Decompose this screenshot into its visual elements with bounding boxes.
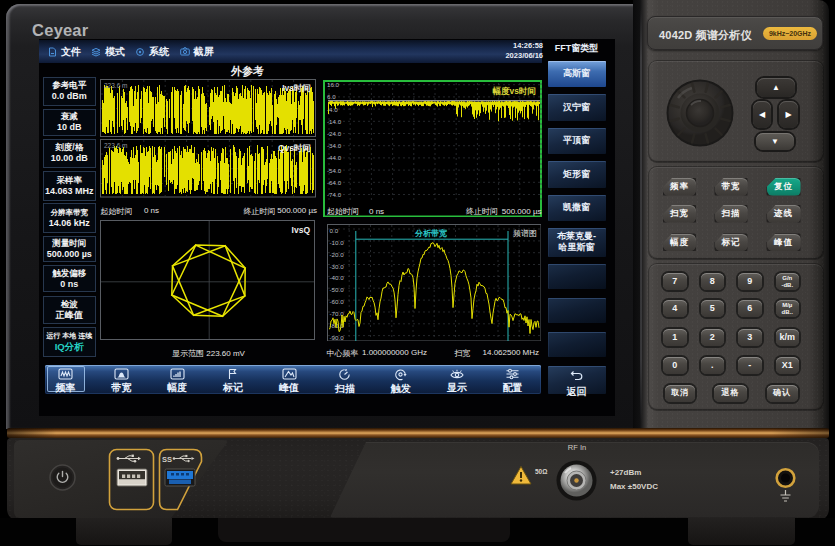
svg-text:0.0: 0.0 bbox=[329, 227, 338, 234]
svg-text:Ivs时间: Ivs时间 bbox=[282, 83, 311, 93]
svg-text:终止时间: 终止时间 bbox=[466, 207, 498, 216]
svg-text:Qvs时间: Qvs时间 bbox=[278, 143, 311, 153]
svg-text:16.0: 16.0 bbox=[327, 81, 340, 88]
svg-text:SS: SS bbox=[162, 455, 172, 464]
svg-text:-44.0: -44.0 bbox=[327, 154, 342, 161]
svg-text:-90.0: -90.0 bbox=[329, 333, 344, 340]
svg-text:-74.0: -74.0 bbox=[327, 191, 342, 198]
svg-text:-24.0: -24.0 bbox=[327, 130, 342, 137]
svg-text:-64.0: -64.0 bbox=[327, 178, 342, 185]
svg-text:6.0: 6.0 bbox=[327, 93, 336, 100]
svg-text:-20.0: -20.0 bbox=[329, 250, 344, 257]
svg-text:500.000 µs: 500.000 µs bbox=[502, 207, 542, 216]
svg-text:-10.0: -10.0 bbox=[329, 238, 344, 245]
svg-text:起始时间: 起始时间 bbox=[327, 207, 359, 216]
svg-text:-60.0: -60.0 bbox=[329, 298, 344, 305]
svg-text:-54.0: -54.0 bbox=[327, 166, 342, 173]
svg-text:频谱图: 频谱图 bbox=[513, 229, 537, 238]
svg-text:IvsQ: IvsQ bbox=[292, 225, 311, 235]
svg-text:50Ω: 50Ω bbox=[535, 468, 547, 475]
svg-text:分析带宽: 分析带宽 bbox=[414, 229, 447, 238]
svg-text:幅度vs时间: 幅度vs时间 bbox=[493, 85, 536, 95]
svg-text:-50.0: -50.0 bbox=[329, 286, 344, 293]
svg-text:-40.0: -40.0 bbox=[329, 274, 344, 281]
svg-text:0 ns: 0 ns bbox=[369, 207, 384, 216]
svg-text:223.6 m: 223.6 m bbox=[104, 142, 128, 149]
svg-text:-34.0: -34.0 bbox=[327, 142, 342, 149]
svg-text:223.6 m: 223.6 m bbox=[104, 81, 128, 88]
svg-text:-30.0: -30.0 bbox=[329, 262, 344, 269]
svg-text:-14.0: -14.0 bbox=[327, 117, 342, 124]
